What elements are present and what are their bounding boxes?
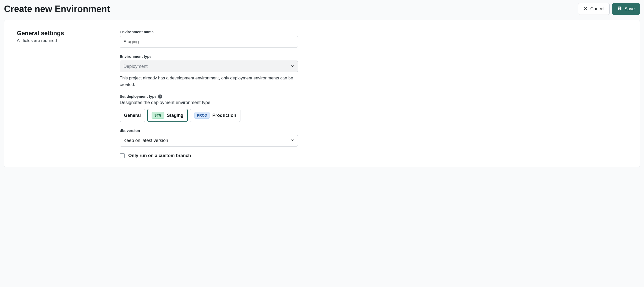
deployment-option-production-label: Production: [212, 113, 236, 118]
form-column: Environment name Environment type Deploy…: [120, 30, 298, 167]
env-type-select: Deployment: [120, 61, 298, 72]
dbt-version-select[interactable]: Keep on latest version: [120, 135, 298, 147]
settings-card: General settings All fields are required…: [4, 20, 640, 167]
env-name-group: Environment name: [120, 30, 298, 48]
section-subtitle: All fields are required: [17, 38, 110, 43]
section-sidebar: General settings All fields are required: [17, 30, 110, 167]
section-title: General settings: [17, 30, 110, 37]
custom-branch-row: Only run on a custom branch: [120, 153, 298, 158]
custom-branch-checkbox[interactable]: [120, 153, 125, 158]
dbt-version-label: dbt version: [120, 128, 298, 133]
stg-badge: STG: [152, 112, 164, 119]
close-icon: [583, 6, 588, 12]
env-name-label: Environment name: [120, 30, 298, 34]
deployment-type-group: Set deployment type ? Designates the dep…: [120, 94, 298, 122]
env-type-value: Deployment: [123, 64, 148, 69]
page-title: Create new Environment: [4, 4, 110, 14]
deployment-option-production[interactable]: PROD Production: [190, 109, 240, 122]
env-type-label: Environment type: [120, 54, 298, 59]
env-type-group: Environment type Deployment This project…: [120, 54, 298, 88]
page-header: Create new Environment Cancel Save: [0, 0, 644, 20]
env-name-input[interactable]: [120, 36, 298, 48]
deployment-option-general-label: General: [124, 113, 141, 118]
save-button[interactable]: Save: [612, 3, 640, 15]
dbt-version-group: dbt version Keep on latest version: [120, 128, 298, 147]
save-button-label: Save: [624, 6, 635, 12]
deployment-option-staging-label: Staging: [167, 113, 183, 118]
header-actions: Cancel Save: [578, 3, 640, 15]
custom-branch-label: Only run on a custom branch: [128, 153, 191, 158]
deployment-option-staging[interactable]: STG Staging: [147, 109, 188, 122]
cancel-button[interactable]: Cancel: [578, 3, 610, 15]
save-icon: [617, 6, 622, 12]
deployment-type-label: Set deployment type: [120, 94, 157, 99]
dbt-version-value: Keep on latest version: [123, 138, 168, 143]
deployment-type-description: Designates the deployment environment ty…: [120, 100, 298, 105]
help-icon[interactable]: ?: [158, 94, 162, 99]
env-type-helper: This project already has a development e…: [120, 75, 298, 88]
section-divider: [120, 167, 298, 167]
deployment-option-general[interactable]: General: [120, 109, 145, 122]
cancel-button-label: Cancel: [590, 6, 604, 12]
prod-badge: PROD: [194, 112, 210, 119]
deployment-type-options: General STG Staging PROD Production: [120, 109, 298, 122]
